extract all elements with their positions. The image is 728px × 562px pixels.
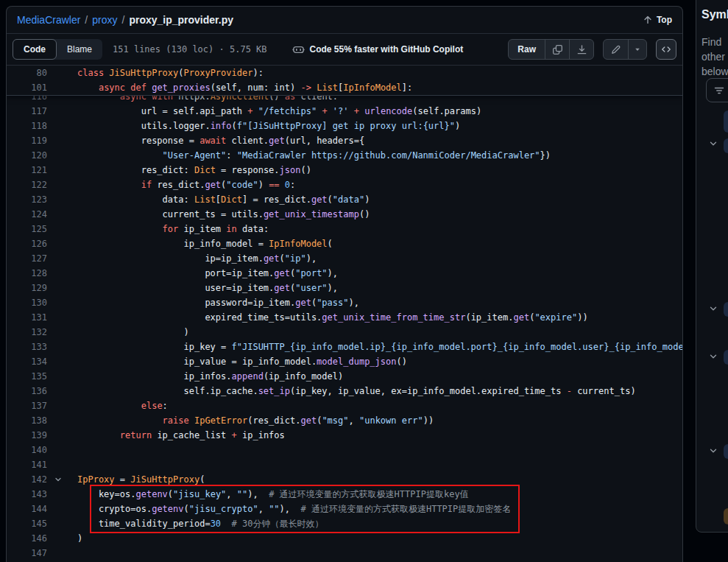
code-lines: 116 async with httpx.AsyncClient() as cl… [7, 96, 682, 561]
code-line: 133 ip_key = f"JISUHTTP_{ip_info_model.i… [7, 340, 682, 354]
file-meta: 151 lines (130 loc) · 5.75 KB [113, 44, 267, 55]
edit-button[interactable] [604, 40, 628, 59]
symbol-pill[interactable] [724, 444, 728, 459]
line-number[interactable]: 128 [7, 266, 47, 281]
symbols-description-line: other [702, 49, 728, 64]
line-number[interactable]: 130 [7, 295, 47, 310]
breadcrumb: MediaCrawler / proxy / proxy_ip_provider… [7, 7, 682, 34]
line-number[interactable]: 118 [7, 119, 47, 133]
code-line: 101 async def get_proxies(self, num: int… [7, 80, 682, 95]
code-line: 141 [7, 457, 682, 472]
line-number[interactable]: 143 [7, 487, 47, 502]
code-text: ip_infos.append(ip_info_model) [47, 369, 343, 384]
code-line: 117 url = self.api_path + "/fetchips" + … [7, 104, 682, 119]
code-line: 136 self.ip_cache.set_ip(ip_key, ip_valu… [7, 384, 682, 398]
code-text: utils.logger.info(f"[JiSuHttpProxy] get … [47, 119, 460, 133]
line-number[interactable]: 127 [7, 251, 47, 266]
line-number[interactable]: 121 [7, 163, 47, 178]
code-text: raise IpGetError(res_dict.get("msg", "un… [47, 413, 434, 428]
line-number[interactable]: 138 [7, 413, 47, 428]
code-line: 118 utils.logger.info(f"[JiSuHttpProxy] … [7, 119, 682, 133]
chevron-down-icon[interactable] [708, 446, 718, 456]
download-button[interactable] [569, 40, 593, 59]
code-text: port=ip_item.get("port"), [47, 266, 338, 281]
code-line: 80class JiSuHttpProxy(ProxyProvider): [7, 66, 682, 80]
code-line: 147 [7, 546, 682, 561]
filter-button[interactable] [706, 78, 728, 102]
breadcrumb-repo-link[interactable]: MediaCrawler [17, 14, 80, 26]
line-number[interactable]: 123 [7, 192, 47, 207]
line-number[interactable]: 129 [7, 281, 47, 295]
line-number[interactable]: 140 [7, 443, 47, 457]
breadcrumb-folder-link[interactable]: proxy [92, 14, 117, 26]
raw-button[interactable]: Raw [509, 40, 545, 59]
symbol-pill[interactable] [724, 302, 728, 317]
code-text: else: [47, 398, 168, 413]
line-number[interactable]: 80 [7, 66, 47, 80]
edit-dropdown-button[interactable] [628, 40, 646, 59]
symbol-pill[interactable] [724, 508, 728, 524]
line-number[interactable]: 145 [7, 516, 47, 531]
line-number[interactable]: 144 [7, 502, 47, 516]
symbols-toggle-button[interactable] [656, 39, 676, 60]
line-number[interactable]: 134 [7, 354, 47, 369]
tab-blame[interactable]: Blame [57, 39, 102, 60]
symbols-description: Find other below [702, 35, 728, 79]
code-line: 124 current_ts = utils.get_unix_timestam… [7, 207, 682, 222]
line-number[interactable]: 120 [7, 148, 47, 163]
toolbar-actions: Raw [508, 39, 676, 60]
code-text: ip_value = ip_info_model.model_dump_json… [47, 354, 407, 369]
copy-button[interactable] [545, 40, 569, 59]
line-number[interactable]: 117 [7, 104, 47, 119]
collapse-chevron-icon[interactable] [52, 474, 64, 485]
code-text [47, 546, 77, 561]
chevron-down-icon[interactable] [708, 303, 718, 314]
line-number[interactable]: 142 [7, 472, 47, 487]
line-number[interactable]: 135 [7, 369, 47, 384]
line-number[interactable]: 119 [7, 133, 47, 148]
code-line: 143 key=os.getenv("jisu_key", ""), # 通过环… [7, 487, 682, 502]
symbol-pill[interactable] [724, 110, 728, 133]
line-number[interactable]: 133 [7, 340, 47, 354]
line-number[interactable]: 124 [7, 207, 47, 222]
chevron-down-icon[interactable] [708, 351, 718, 362]
code-text: response = await client.get(url, headers… [47, 133, 364, 148]
breadcrumb-separator: / [85, 14, 88, 26]
code-line: 134 ip_value = ip_info_model.model_dump_… [7, 354, 682, 369]
line-number[interactable]: 125 [7, 222, 47, 236]
line-number[interactable]: 101 [7, 80, 47, 95]
line-number[interactable]: 146 [7, 531, 47, 546]
code-text: self.ip_cache.set_ip(ip_key, ip_value, e… [47, 384, 636, 398]
code-line: 135 ip_infos.append(ip_info_model) [7, 369, 682, 384]
code-text: class JiSuHttpProxy(ProxyProvider): [47, 66, 264, 80]
file-toolbar: Code Blame 151 lines (130 loc) · 5.75 KB… [7, 34, 682, 66]
code-text: async def get_proxies(self, num: int) ->… [47, 80, 412, 95]
code-line: 140 [7, 443, 682, 457]
line-number[interactable]: 137 [7, 398, 47, 413]
code-text: if res_dict.get("code") == 0: [47, 178, 295, 192]
code-text: "User-Agent": "MediaCrawler https://gith… [47, 148, 551, 163]
line-number[interactable]: 126 [7, 236, 47, 251]
line-number[interactable]: 116 [7, 96, 47, 104]
line-number[interactable]: 136 [7, 384, 47, 398]
tab-code[interactable]: Code [13, 39, 57, 60]
code-text: ip=ip_item.get("ip"), [47, 251, 317, 266]
chevron-down-icon[interactable] [708, 138, 718, 149]
line-number[interactable]: 141 [7, 457, 47, 472]
symbol-pill[interactable] [724, 350, 728, 365]
code-text: user=ip_item.get("user"), [47, 281, 338, 295]
line-number[interactable]: 132 [7, 325, 47, 340]
code-text: ) [47, 531, 82, 546]
line-number[interactable]: 122 [7, 178, 47, 192]
back-to-top-link[interactable]: Top [643, 15, 672, 25]
symbol-pill[interactable] [724, 138, 728, 153]
code-text: password=ip_item.get("pass"), [47, 295, 359, 310]
line-number[interactable]: 131 [7, 310, 47, 325]
copilot-text: Code 55% faster with GitHub Copilot [310, 44, 464, 55]
code-line: 145 time_validity_period=30 # 30分钟（最长时效） [7, 516, 682, 531]
line-number[interactable]: 139 [7, 428, 47, 443]
copilot-banner[interactable]: Code 55% faster with GitHub Copilot [292, 43, 464, 56]
symbols-panel: Symbols Find other below [696, 0, 728, 533]
line-number[interactable]: 147 [7, 546, 47, 561]
code-line: 126 ip_info_model = IpInfoModel( [7, 236, 682, 251]
